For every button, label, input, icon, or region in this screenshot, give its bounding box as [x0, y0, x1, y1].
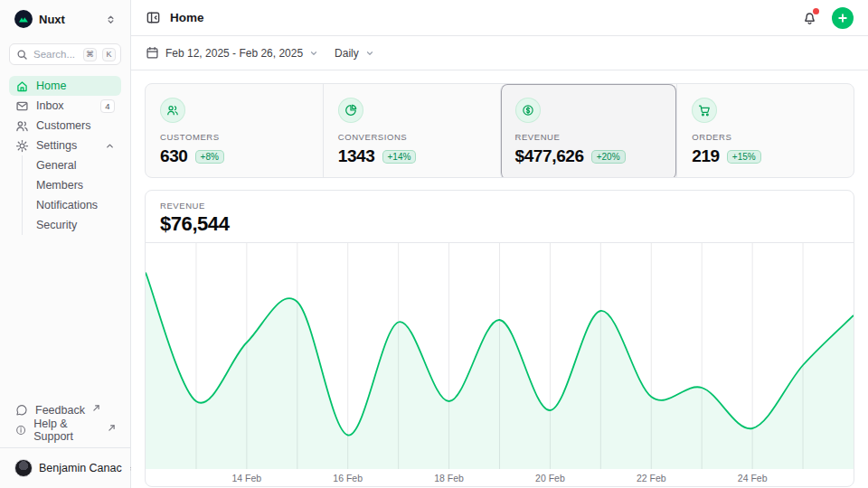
- calendar-icon: [146, 46, 159, 60]
- revenue-chart-card: REVENUE $76,544 14 Feb16 Feb18 Feb20 Feb…: [145, 190, 854, 487]
- x-axis-label: 18 Feb: [434, 473, 464, 483]
- sidebar-nav: Home Inbox 4 Customers Settings General: [0, 76, 130, 400]
- stat-value: 1343: [338, 146, 375, 166]
- granularity-label: Daily: [335, 47, 359, 60]
- help-support-link[interactable]: Help & Support: [9, 420, 121, 440]
- chart-label: REVENUE: [160, 201, 839, 211]
- inbox-icon: [15, 99, 29, 113]
- search-placeholder: Search...: [33, 49, 78, 60]
- user-name: Benjamin Canac: [39, 462, 122, 474]
- sidebar-item-home[interactable]: Home: [9, 76, 121, 96]
- stat-delta-badge: +20%: [591, 150, 626, 164]
- stat-orders[interactable]: ORDERS 219 +15%: [676, 84, 854, 178]
- chevron-up-down-icon: [106, 14, 116, 24]
- page-content: CUSTOMERS 630 +8% CONVERSIONS 1343 +14%: [131, 70, 868, 488]
- sub-item-label: Members: [36, 179, 83, 192]
- notifications-button[interactable]: [802, 10, 817, 25]
- stat-delta-badge: +15%: [727, 150, 761, 164]
- feedback-label: Feedback: [35, 404, 85, 417]
- kbd-meta: ⌘: [83, 48, 97, 61]
- notification-dot: [813, 8, 819, 14]
- sidebar-item-label: Customers: [36, 119, 115, 132]
- users-icon: [15, 119, 29, 133]
- gear-icon: [15, 139, 29, 153]
- x-axis-label: 14 Feb: [231, 473, 261, 483]
- panel-left-icon: [146, 10, 161, 25]
- main-area: Home Feb 12, 2025 - Feb 26, 2025 Daily: [131, 0, 868, 488]
- stats-row: CUSTOMERS 630 +8% CONVERSIONS 1343 +14%: [145, 83, 854, 178]
- sidebar-item-notifications[interactable]: Notifications: [31, 195, 121, 215]
- chevron-down-icon: [309, 49, 318, 58]
- stat-label: CUSTOMERS: [160, 132, 308, 142]
- sidebar-item-general[interactable]: General: [31, 155, 121, 175]
- sidebar-item-label: Settings: [36, 139, 98, 152]
- sidebar-divider: [0, 447, 130, 448]
- inbox-count-badge: 4: [100, 99, 115, 113]
- plus-icon: [837, 13, 848, 23]
- external-link-icon: [108, 421, 115, 434]
- sidebar-footer: Feedback Help & Support Benjamin Canac: [0, 400, 130, 481]
- revenue-chart-svg: [146, 243, 854, 469]
- nuxt-logo-icon: [14, 10, 33, 28]
- chart-value: $76,544: [160, 212, 839, 236]
- workspace-name: Nuxt: [39, 13, 99, 26]
- stat-revenue[interactable]: REVENUE $477,626 +20%: [500, 84, 677, 178]
- info-circle-icon: [15, 424, 26, 436]
- chart-plot-area[interactable]: [146, 243, 854, 469]
- stat-label: CONVERSIONS: [338, 132, 486, 142]
- stat-delta-badge: +14%: [382, 150, 417, 164]
- add-button[interactable]: [832, 7, 854, 29]
- sidebar: Nuxt Search... ⌘ K Home Inbox 4 Cust: [0, 0, 131, 488]
- sidebar-item-security[interactable]: Security: [31, 215, 121, 235]
- page-title: Home: [170, 11, 793, 24]
- topbar: Home: [131, 0, 868, 36]
- sub-item-label: Notifications: [36, 199, 98, 211]
- chart-header: REVENUE $76,544: [146, 191, 854, 243]
- user-menu-button[interactable]: Benjamin Canac: [9, 455, 121, 481]
- stat-label: ORDERS: [692, 132, 839, 142]
- sidebar-item-customers[interactable]: Customers: [9, 116, 121, 136]
- chevron-down-icon: [365, 49, 374, 58]
- stat-customers[interactable]: CUSTOMERS 630 +8%: [146, 84, 323, 178]
- workspace-switcher[interactable]: Nuxt: [9, 7, 121, 31]
- x-axis-label: 16 Feb: [333, 473, 363, 483]
- sidebar-item-settings[interactable]: Settings: [9, 136, 121, 155]
- stat-value: 219: [692, 146, 720, 166]
- shopping-cart-icon: [692, 98, 717, 123]
- stat-conversions[interactable]: CONVERSIONS 1343 +14%: [323, 84, 500, 178]
- external-link-icon: [93, 401, 99, 414]
- chat-bubble-icon: [15, 404, 28, 417]
- settings-subnav: General Members Notifications Security: [22, 155, 121, 235]
- sidebar-item-members[interactable]: Members: [31, 175, 121, 195]
- dollar-circle-icon: [515, 98, 541, 123]
- search-icon: [16, 49, 28, 61]
- x-axis-label: 24 Feb: [738, 473, 768, 483]
- stat-value: 630: [160, 146, 188, 166]
- x-axis-label: 22 Feb: [637, 473, 666, 483]
- sub-item-label: General: [36, 159, 76, 172]
- stat-label: REVENUE: [515, 132, 663, 142]
- app-root: Nuxt Search... ⌘ K Home Inbox 4 Cust: [0, 0, 868, 488]
- kbd-k: K: [102, 48, 116, 61]
- x-axis: 14 Feb16 Feb18 Feb20 Feb22 Feb24 Feb: [146, 469, 854, 486]
- stat-delta-badge: +8%: [195, 150, 224, 164]
- stat-value: $477,626: [515, 146, 584, 166]
- x-axis-label: 20 Feb: [535, 473, 565, 483]
- sidebar-item-label: Home: [36, 80, 115, 92]
- users-icon: [160, 98, 185, 123]
- help-support-label: Help & Support: [33, 418, 100, 443]
- search-input[interactable]: Search... ⌘ K: [9, 43, 121, 65]
- chevron-up-icon: [105, 141, 115, 151]
- filters-toolbar: Feb 12, 2025 - Feb 26, 2025 Daily: [131, 36, 868, 70]
- date-range-picker[interactable]: Feb 12, 2025 - Feb 26, 2025: [146, 46, 318, 60]
- sidebar-item-label: Inbox: [36, 99, 93, 112]
- collapse-sidebar-button[interactable]: [146, 10, 161, 25]
- user-avatar: [14, 459, 33, 477]
- home-icon: [15, 80, 29, 93]
- granularity-select[interactable]: Daily: [335, 47, 374, 60]
- sub-item-label: Security: [36, 219, 77, 231]
- date-range-label: Feb 12, 2025 - Feb 26, 2025: [165, 47, 303, 60]
- sidebar-item-inbox[interactable]: Inbox 4: [9, 96, 121, 116]
- pie-chart-icon: [338, 98, 363, 123]
